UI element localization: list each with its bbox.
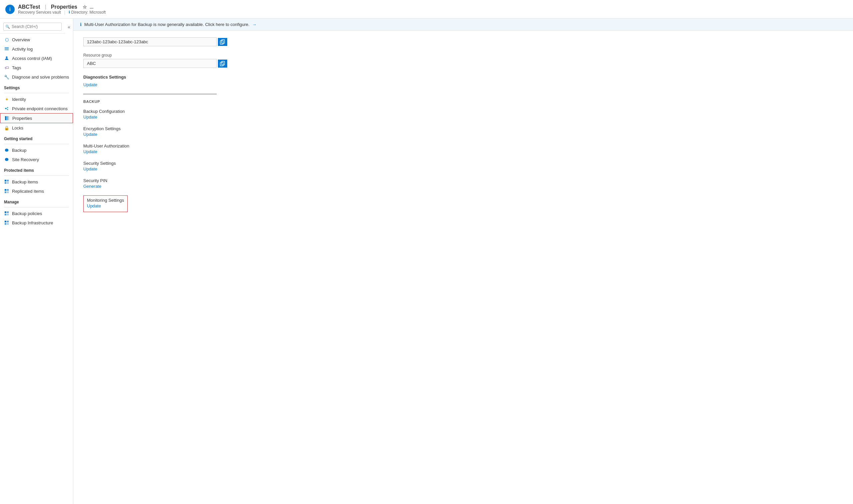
encryption-settings-label: Encryption Settings	[83, 126, 843, 131]
svg-line-7	[6, 108, 7, 109]
svg-rect-28	[5, 223, 6, 225]
svg-rect-26	[5, 221, 6, 222]
svg-rect-16	[5, 182, 6, 184]
search-input[interactable]	[3, 23, 62, 31]
backup-configuration-label: Backup Configuration	[83, 109, 843, 114]
svg-rect-10	[7, 116, 8, 120]
banner-info-icon: ℹ	[80, 22, 82, 27]
search-wrapper: 🔍	[3, 23, 62, 31]
monitoring-settings-update-link[interactable]: Update	[87, 203, 124, 209]
multi-user-auth-update-link[interactable]: Update	[83, 149, 843, 154]
diagnostics-update-link[interactable]: Update	[83, 82, 843, 87]
banner-configure-link[interactable]: →	[252, 22, 257, 27]
tags-icon: 🏷	[4, 65, 9, 70]
svg-rect-15	[7, 180, 8, 181]
search-icon: 🔍	[5, 25, 10, 29]
security-pin-generate-link[interactable]: Generate	[83, 184, 843, 189]
backup-items-icon	[4, 179, 9, 184]
replicated-items-icon	[4, 188, 9, 194]
security-pin-block: Security PIN Generate	[83, 178, 843, 189]
security-settings-block: Security Settings Update	[83, 161, 843, 172]
sidebar-item-backup-infrastructure[interactable]: Backup Infrastructure	[0, 218, 73, 227]
subscription-id-field	[83, 37, 843, 46]
main-layout: 🔍 « ⬡ Overview Activity log	[0, 19, 853, 504]
sidebar-item-access-control[interactable]: Access control (IAM)	[0, 54, 73, 63]
properties-content: Resource group Diagnostics Settings Upda…	[73, 31, 853, 504]
more-options-icon[interactable]: ...	[90, 4, 94, 10]
resource-group-input	[83, 59, 216, 68]
header-actions: ☆ ...	[83, 4, 94, 10]
locks-icon: 🔒	[4, 125, 9, 130]
getting-started-divider	[4, 144, 69, 144]
sidebar-item-replicated-items[interactable]: Replicated items	[0, 186, 73, 196]
title-area: ABCTest | Properties ☆ ... Recovery Serv…	[18, 4, 106, 15]
sidebar-item-diagnose[interactable]: 🔧 Diagnose and solve problems	[0, 72, 73, 82]
svg-point-3	[6, 57, 8, 58]
backup-icon	[4, 147, 9, 153]
svg-rect-17	[7, 182, 8, 184]
sidebar-item-backup-policies[interactable]: Backup policies	[0, 209, 73, 218]
site-recovery-icon	[4, 157, 9, 162]
protected-items-divider	[4, 176, 69, 176]
manage-section-header: Manage	[0, 196, 73, 206]
protected-items-section-header: Protected items	[0, 164, 73, 174]
getting-started-section-header: Getting started	[0, 132, 73, 143]
sidebar-navigation: ⬡ Overview Activity log Access control (…	[0, 35, 73, 504]
svg-rect-29	[7, 223, 8, 225]
monitoring-settings-label: Monitoring Settings	[87, 198, 124, 203]
sidebar-item-backup[interactable]: Backup	[0, 145, 73, 155]
svg-rect-11	[8, 116, 9, 120]
monitoring-settings-block: Monitoring Settings Update	[83, 195, 128, 212]
backup-infrastructure-icon	[4, 220, 9, 226]
favorite-icon[interactable]: ☆	[83, 4, 87, 10]
svg-line-8	[6, 109, 7, 109]
subscription-id-copy-button[interactable]	[218, 38, 227, 46]
diagnostics-settings-label: Diagnostics Settings	[83, 75, 843, 79]
sidebar-item-site-recovery[interactable]: Site Recovery	[0, 155, 73, 164]
sidebar-item-backup-items[interactable]: Backup items	[0, 177, 73, 186]
subscription-id-input-row	[83, 37, 843, 46]
page-title: ABCTest | Properties ☆ ...	[18, 4, 106, 10]
encryption-settings-block: Encryption Settings Update	[83, 126, 843, 137]
svg-rect-1	[5, 49, 8, 49]
backup-configuration-block: Backup Configuration Update	[83, 109, 843, 120]
sidebar-item-identity[interactable]: ✦ Identity	[0, 94, 73, 104]
sidebar-item-properties[interactable]: Properties	[0, 113, 73, 123]
svg-rect-0	[5, 47, 8, 48]
backup-configuration-update-link[interactable]: Update	[83, 114, 843, 120]
app-icon: i	[5, 5, 15, 14]
svg-rect-2	[5, 50, 8, 50]
svg-rect-14	[5, 180, 6, 181]
svg-rect-27	[7, 221, 8, 222]
security-settings-update-link[interactable]: Update	[83, 166, 843, 172]
backup-section-title: BACKUP	[83, 100, 843, 104]
svg-rect-23	[7, 211, 8, 213]
identity-icon: ✦	[4, 96, 9, 102]
backup-section-divider	[83, 94, 216, 94]
sidebar-item-overview[interactable]: ⬡ Overview	[0, 35, 73, 44]
security-pin-label: Security PIN	[83, 178, 843, 183]
sidebar-item-tags[interactable]: 🏷 Tags	[0, 63, 73, 72]
resource-group-input-row	[83, 59, 843, 68]
directory-info-icon: ℹ	[69, 10, 70, 14]
resource-group-copy-button[interactable]	[218, 59, 227, 68]
security-settings-label: Security Settings	[83, 161, 843, 166]
svg-rect-18	[5, 189, 6, 191]
settings-divider	[4, 93, 69, 93]
encryption-settings-update-link[interactable]: Update	[83, 132, 843, 137]
sidebar-item-locks[interactable]: 🔒 Locks	[0, 123, 73, 132]
multi-user-auth-block: Multi-User Authorization Update	[83, 143, 843, 154]
subscription-id-input	[83, 37, 216, 46]
sidebar-item-activity-log[interactable]: Activity log	[0, 44, 73, 54]
sidebar-top-row: 🔍 «	[0, 19, 73, 35]
multi-user-auth-label: Multi-User Authorization	[83, 143, 843, 148]
sidebar-item-private-endpoint[interactable]: Private endpoint connections	[0, 104, 73, 113]
resource-group-label: Resource group	[83, 53, 843, 58]
svg-rect-24	[5, 214, 6, 215]
collapse-sidebar-button[interactable]: «	[65, 23, 73, 31]
private-endpoint-icon	[4, 106, 9, 111]
backup-policies-icon	[4, 211, 9, 216]
svg-rect-9	[5, 116, 6, 120]
info-banner[interactable]: ℹ Multi-User Authorization for Backup is…	[73, 19, 853, 31]
svg-rect-25	[7, 214, 8, 215]
